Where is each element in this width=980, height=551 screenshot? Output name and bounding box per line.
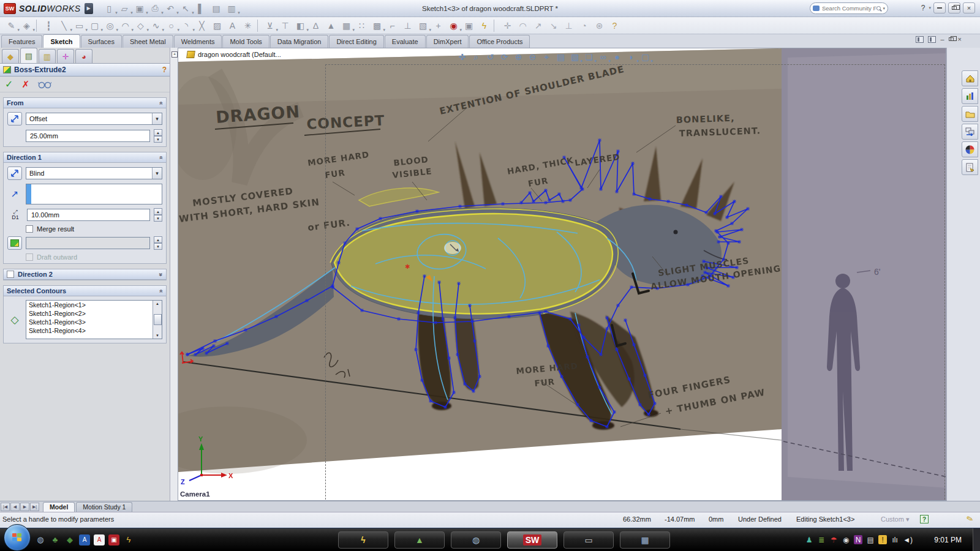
view-tool-icon[interactable]: ▤ xyxy=(554,50,568,64)
sketch-tool-icon[interactable]: A xyxy=(225,19,240,32)
standard-tool-icon[interactable]: ▌ xyxy=(194,2,209,15)
direction-selection-box[interactable] xyxy=(26,184,162,204)
tray-icon[interactable]: N xyxy=(854,535,862,544)
ribbon-tab[interactable]: Direct Editing xyxy=(329,35,383,48)
snap-tool-icon[interactable]: ⊛ xyxy=(592,19,607,32)
direction2-checkbox[interactable] xyxy=(7,271,14,278)
sketch-tool-icon[interactable] xyxy=(257,20,260,32)
view-tool-icon[interactable]: ✜ xyxy=(455,50,469,64)
quick-launch-icon[interactable]: A xyxy=(94,534,105,545)
taskbar-app-button[interactable]: ϟ xyxy=(338,531,388,549)
quick-launch-icon[interactable]: ◍ xyxy=(35,534,46,545)
contour-list-item[interactable]: Sketch1-Region<3> xyxy=(26,318,162,326)
search-options-arrow[interactable]: ▾ xyxy=(883,6,885,11)
panel-tab[interactable]: ✛ xyxy=(57,49,74,63)
sketch-tool-icon[interactable] xyxy=(36,20,39,32)
preview-glasses-icon[interactable] xyxy=(38,80,51,89)
sketch-tool-icon[interactable]: ○ xyxy=(164,19,179,32)
contour-list-item[interactable]: Sketch1-Region<4> xyxy=(26,326,162,335)
ribbon-tab[interactable]: Weldments xyxy=(174,35,222,48)
ribbon-tab[interactable]: Features xyxy=(1,35,42,48)
sketch-tool-icon[interactable]: ⊻ xyxy=(262,19,277,32)
from-header[interactable]: From» xyxy=(4,98,166,108)
sketch-tool-icon[interactable]: ╲ xyxy=(56,19,72,32)
ribbon-tab[interactable]: Evaluate xyxy=(385,35,426,48)
design-library-icon[interactable] xyxy=(962,88,978,104)
taskbar-app-button[interactable]: ▦ xyxy=(620,531,670,549)
snap-tool-icon[interactable]: ↘ xyxy=(546,19,561,32)
units-dropdown[interactable]: Custom ▾ xyxy=(881,515,909,523)
sketch-tool-icon[interactable]: ◧ xyxy=(293,19,308,32)
document-tab[interactable]: Motion Study 1 xyxy=(76,502,132,512)
standard-tool-icon[interactable]: ▤ xyxy=(209,2,224,15)
sketch-tool-icon[interactable]: ⊥ xyxy=(400,19,415,32)
tray-icon[interactable]: ılı xyxy=(891,535,899,544)
quick-launch-icon[interactable]: ϟ xyxy=(123,534,134,545)
ribbon-tab[interactable]: Mold Tools xyxy=(222,35,269,48)
cancel-button[interactable]: ✗ xyxy=(21,79,29,90)
minimize-button[interactable] xyxy=(933,2,946,13)
offset-distance-input[interactable]: 25.00mm xyxy=(26,130,150,142)
taskbar-app-button[interactable]: ◍ xyxy=(451,531,501,549)
feature-help-icon[interactable]: ? xyxy=(162,66,167,74)
snap-tool-icon[interactable]: ↗ xyxy=(530,19,546,32)
snap-tool-icon[interactable]: ✛ xyxy=(500,19,515,32)
close-button[interactable]: × xyxy=(963,2,975,13)
ribbon-tab[interactable]: Sketch xyxy=(43,34,80,48)
quick-launch-icon[interactable]: ◆ xyxy=(64,534,75,545)
view-tool-icon[interactable]: ⟳ xyxy=(497,50,511,64)
feature-tree-expand-icon[interactable]: + xyxy=(172,51,178,58)
standard-tool-icon[interactable]: ⎙ xyxy=(148,2,163,15)
sketch-tool-icon[interactable]: ✳ xyxy=(240,19,255,32)
sketch-tool-icon[interactable]: ✎ xyxy=(4,19,19,32)
clock[interactable]: 9:01 PM xyxy=(934,536,962,544)
sketch-tool-icon[interactable]: ▭ xyxy=(72,19,87,32)
sketch-tool-icon[interactable]: ◈ xyxy=(19,19,34,32)
view-tool-icon[interactable]: ⊖ xyxy=(526,50,540,64)
help-arrow[interactable]: ▾ xyxy=(929,6,931,10)
panel-tab[interactable]: ▤ xyxy=(20,48,37,63)
sketch-tool-icon[interactable]: ┇ xyxy=(41,19,56,32)
ribbon-tab[interactable]: Surfaces xyxy=(81,35,122,48)
tray-icon[interactable]: ♟ xyxy=(805,535,813,544)
custom-properties-icon[interactable] xyxy=(962,159,978,175)
appearances-icon[interactable] xyxy=(962,141,978,157)
tab-scroll-first[interactable]: |◀ xyxy=(1,503,10,511)
ribbon-tab[interactable]: DimXpert xyxy=(426,35,469,48)
view-palette-icon[interactable] xyxy=(962,124,978,140)
contour-list-item[interactable]: Sketch1-Region<2> xyxy=(26,309,162,318)
search-icon[interactable] xyxy=(876,6,881,10)
merge-result-checkbox[interactable] xyxy=(26,225,33,233)
graphics-viewport[interactable]: .bl{fill:none;stroke:#1c28d8;stroke-widt… xyxy=(178,48,946,501)
standard-tool-icon[interactable]: ▥ xyxy=(224,2,239,15)
start-button[interactable] xyxy=(4,524,31,551)
view-tool-icon[interactable]: ◗ xyxy=(624,50,638,64)
help-icon[interactable]: ? xyxy=(921,4,925,12)
ribbon-tab[interactable]: Office Products xyxy=(469,35,530,48)
ribbon-tab[interactable]: Sheet Metal xyxy=(123,35,173,48)
sketch-canvas[interactable]: .bl{fill:none;stroke:#1c28d8;stroke-widt… xyxy=(178,48,946,501)
selected-contours-header[interactable]: Selected Contours» xyxy=(4,286,166,296)
sketch-tool-icon[interactable]: ◠ xyxy=(118,19,133,32)
sketch-tool-icon[interactable]: ▣ xyxy=(461,19,477,32)
sketch-tool-icon[interactable]: ∷ xyxy=(354,19,369,32)
contour-list[interactable]: Sketch1-Region<1>Sketch1-Region<2>Sketch… xyxy=(26,300,162,339)
depth-spinner[interactable]: ▲▼ xyxy=(154,208,162,222)
search-input[interactable] xyxy=(822,5,876,12)
tab-scroll-last[interactable]: ▶| xyxy=(30,503,39,511)
snap-tool-icon[interactable]: ◠ xyxy=(515,19,530,32)
sketch-tool-icon[interactable]: ◝ xyxy=(179,19,194,32)
tab-scroll-right[interactable]: ▶ xyxy=(20,503,29,511)
sketch-tool-icon[interactable]: + xyxy=(431,19,446,32)
restore-button[interactable] xyxy=(948,2,960,13)
pane-right-icon[interactable] xyxy=(928,36,936,43)
panel-tab[interactable]: ▥ xyxy=(39,49,56,63)
direction1-header[interactable]: Direction 1» xyxy=(4,152,166,163)
standard-tool-icon[interactable]: ↶ xyxy=(163,2,178,15)
snap-tool-icon[interactable]: ? xyxy=(607,19,622,32)
sketch-tool-icon[interactable]: ◇ xyxy=(133,19,148,32)
view-tool-icon[interactable]: ⌖ xyxy=(540,50,554,64)
tray-icon[interactable]: ◄) xyxy=(903,535,913,544)
tray-icon[interactable]: ! xyxy=(878,535,887,544)
direction2-header[interactable]: Direction 2» xyxy=(4,269,166,280)
